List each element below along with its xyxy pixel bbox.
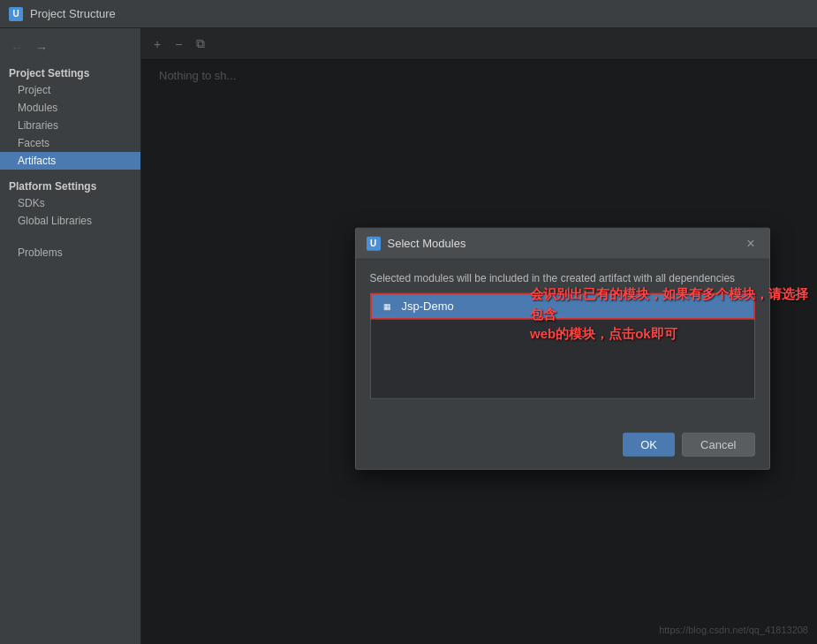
annotation-text: 会识别出已有的模块，如果有多个模块，请选择包含web的模块，点击ok即可 <box>530 284 817 345</box>
sidebar-item-problems[interactable]: Problems <box>0 244 140 261</box>
module-icon: ▦ <box>381 299 395 313</box>
module-label: Jsp-Demo <box>402 299 454 313</box>
platform-settings-header: Platform Settings <box>0 177 140 194</box>
sidebar-item-sdks[interactable]: SDKs <box>0 194 140 212</box>
dialog-description: Selected modules will be included in the… <box>370 271 755 284</box>
content-area: + − ⧉ Nothing to sh... U Select Modules … <box>141 28 817 644</box>
window-title: Project Structure <box>30 7 116 20</box>
forward-arrow[interactable]: → <box>32 39 51 57</box>
dialog-title-left: U Select Modules <box>367 236 466 250</box>
sidebar-item-artifacts[interactable]: Artifacts <box>0 152 140 170</box>
sidebar-item-libraries[interactable]: Libraries <box>0 117 140 134</box>
project-settings-header: Project Settings <box>0 64 140 81</box>
ok-button[interactable]: OK <box>623 432 675 456</box>
nav-arrows: ← → <box>0 35 140 64</box>
main-layout: ← → Project Settings Project Modules Lib… <box>0 28 817 644</box>
sidebar-item-project[interactable]: Project <box>0 81 140 99</box>
sidebar-divider <box>0 170 140 177</box>
sidebar-item-global-libraries[interactable]: Global Libraries <box>0 212 140 230</box>
dialog-close-button[interactable]: × <box>743 235 758 251</box>
app-icon: U <box>9 7 23 21</box>
annotation-overlay: 会识别出已有的模块，如果有多个模块，请选择包含web的模块，点击ok即可 <box>530 284 817 345</box>
sidebar: ← → Project Settings Project Modules Lib… <box>0 28 141 644</box>
sidebar-item-modules[interactable]: Modules <box>0 99 140 117</box>
sidebar-item-facets[interactable]: Facets <box>0 134 140 152</box>
cancel-button[interactable]: Cancel <box>682 432 754 456</box>
select-modules-dialog: U Select Modules × Selected modules will… <box>355 227 770 469</box>
dialog-footer: OK Cancel <box>356 423 769 468</box>
dialog-title: Select Modules <box>388 237 466 250</box>
dialog-titlebar: U Select Modules × <box>356 228 769 259</box>
back-arrow[interactable]: ← <box>7 39 26 57</box>
dialog-icon: U <box>367 236 381 250</box>
title-bar: U Project Structure <box>0 0 817 28</box>
